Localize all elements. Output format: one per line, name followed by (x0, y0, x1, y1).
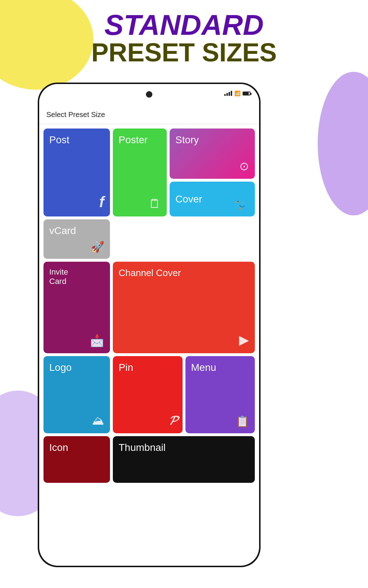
row-vcard: vCard 🚀 (43, 219, 255, 259)
row-logo-pin-menu: Logo ⛰ Pin 𝓟 Menu 📋 (43, 356, 255, 433)
row-icon-thumbnail: Icon Thumbnail (43, 436, 255, 483)
youtube-icon: ▶ (239, 332, 249, 347)
camera-dot (146, 91, 152, 98)
tile-icon[interactable]: Icon (43, 436, 110, 483)
tile-vcard-label: vCard (49, 225, 104, 237)
tile-pin[interactable]: Pin 𝓟 (113, 356, 183, 433)
bg-purple-blob-right (318, 72, 368, 215)
tile-poster[interactable]: Poster 🗒 (113, 129, 167, 216)
tile-logo-label: Logo (49, 362, 104, 373)
status-bar: 📶 (39, 84, 259, 106)
pinterest-icon: 𝓟 (169, 413, 177, 428)
phone-frame: 📶 Select Preset Size Post f (38, 83, 261, 567)
tile-thumbnail-label: Thumbnail (119, 442, 249, 453)
tile-cover[interactable]: Cover 🐦 (170, 182, 255, 216)
title-line1: STANDARD (0, 11, 368, 39)
screen-title-bar: Select Preset Size (39, 106, 259, 124)
poster-icon: 🗒 (149, 197, 161, 211)
twitter-icon: 🐦 (234, 196, 249, 211)
tile-story-label: Story (175, 134, 249, 146)
logo-icon: ⛰ (92, 414, 104, 428)
signal-icon (224, 91, 232, 96)
tile-channel-cover[interactable]: Channel Cover ▶ (113, 262, 255, 353)
header: STANDARD PRESET SIZES (0, 11, 368, 65)
row-group-1: Post f Poster 🗒 Story (43, 129, 255, 216)
phone-screen: 📶 Select Preset Size Post f (39, 84, 259, 566)
tile-post[interactable]: Post f (43, 129, 110, 216)
status-icons: 📶 (224, 90, 250, 96)
title-line2: PRESET SIZES (0, 39, 368, 65)
tile-invite-label: Invite Card (49, 267, 104, 286)
instagram-icon: ⊙ (239, 159, 249, 173)
tile-invite-card[interactable]: Invite Card 📩 (43, 262, 110, 353)
tile-menu-label: Menu (191, 362, 249, 373)
screen-title: Select Preset Size (46, 111, 105, 119)
tile-story[interactable]: Story ⊙ (170, 129, 255, 179)
tile-icon-label: Icon (49, 442, 104, 453)
vcard-icon: 🚀 (91, 241, 104, 253)
facebook-icon: f (99, 193, 104, 211)
preset-grid: Post f Poster 🗒 Story (39, 124, 259, 487)
tile-poster-label: Poster (119, 134, 161, 146)
tile-pin-label: Pin (119, 362, 177, 373)
invite-icon: 📩 (90, 334, 104, 347)
tile-channel-label: Channel Cover (119, 267, 249, 279)
tile-menu[interactable]: Menu 📋 (185, 356, 255, 433)
battery-icon (243, 92, 250, 95)
wifi-icon: 📶 (234, 90, 240, 96)
tile-vcard[interactable]: vCard 🚀 (43, 219, 110, 259)
tile-thumbnail[interactable]: Thumbnail (113, 436, 255, 483)
tile-logo[interactable]: Logo ⛰ (43, 356, 110, 433)
tile-cover-label: Cover (175, 193, 202, 205)
tile-post-label: Post (49, 134, 104, 146)
row-invite-channel: Invite Card 📩 Channel Cover ▶ (43, 262, 255, 353)
menu-icon: 📋 (236, 415, 249, 428)
